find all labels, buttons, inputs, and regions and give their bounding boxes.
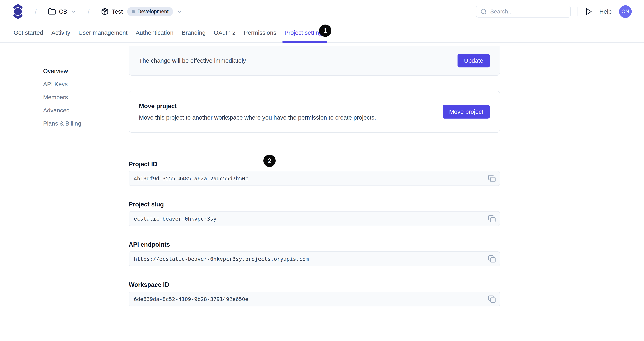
field-workspace-id: Workspace ID 6de839da-8c52-4109-9b28-379… bbox=[129, 281, 500, 307]
project-id-input[interactable]: 4b13df9d-3555-4485-a62a-2adc55d7b50c bbox=[129, 171, 500, 186]
sidebar-item-members[interactable]: Members bbox=[43, 93, 81, 101]
field-value: https://ecstatic-beaver-0hkvpcr3sy.proje… bbox=[134, 256, 309, 262]
breadcrumb-separator: / bbox=[88, 7, 90, 16]
chevron-down-icon bbox=[71, 9, 76, 14]
copy-icon[interactable] bbox=[488, 215, 496, 223]
workspace-id-input[interactable]: 6de839da-8c52-4109-9b28-3791492e650e bbox=[129, 292, 500, 307]
field-label: Project ID bbox=[129, 161, 500, 168]
field-api-endpoints: API endpoints https://ecstatic-beaver-0h… bbox=[129, 241, 500, 266]
breadcrumb-separator: / bbox=[35, 7, 37, 16]
sidebar-item-overview[interactable]: Overview bbox=[43, 67, 81, 75]
ory-logo-icon[interactable] bbox=[12, 3, 24, 19]
environment-label: Development bbox=[138, 8, 168, 15]
chevron-down-icon bbox=[177, 9, 182, 14]
annotation-step-badge-1: 1 bbox=[319, 24, 332, 37]
copy-icon[interactable] bbox=[488, 295, 496, 303]
settings-content: The change will be effective immediately… bbox=[129, 43, 500, 322]
field-value: 4b13df9d-3555-4485-a62a-2adc55d7b50c bbox=[134, 175, 248, 182]
workspace-name: CB bbox=[59, 8, 67, 15]
copy-icon[interactable] bbox=[488, 175, 496, 182]
sidebar-item-api-keys[interactable]: API Keys bbox=[43, 80, 81, 88]
search-box[interactable] bbox=[476, 5, 571, 17]
play-icon bbox=[585, 8, 592, 15]
copy-icon[interactable] bbox=[488, 255, 496, 263]
package-icon bbox=[101, 8, 109, 15]
sidebar-item-advanced[interactable]: Advanced bbox=[43, 107, 81, 114]
update-card-body bbox=[129, 43, 500, 46]
topbar-divider bbox=[578, 7, 578, 16]
breadcrumb: / CB / Test Development bbox=[12, 3, 182, 19]
search-icon bbox=[480, 8, 487, 15]
field-project-slug: Project slug ecstatic-beaver-0hkvpcr3sy bbox=[129, 201, 500, 226]
move-project-button[interactable]: Move project bbox=[443, 105, 490, 119]
update-card: The change will be effective immediately… bbox=[129, 43, 500, 76]
project-selector[interactable]: Test Development bbox=[101, 7, 182, 16]
update-button[interactable]: Update bbox=[458, 54, 490, 67]
field-label: Project slug bbox=[129, 201, 500, 208]
annotation-step-badge-2: 2 bbox=[263, 155, 276, 167]
sidebar-item-plans-billing[interactable]: Plans & Billing bbox=[43, 120, 81, 127]
search-input[interactable] bbox=[490, 8, 566, 15]
tab-get-started[interactable]: Get started bbox=[14, 23, 43, 42]
play-button[interactable] bbox=[585, 8, 592, 15]
field-label: API endpoints bbox=[129, 241, 500, 248]
topbar: / CB / Test Development bbox=[0, 0, 644, 23]
move-project-card: Move project Move this project to anothe… bbox=[129, 91, 500, 133]
tab-oauth2[interactable]: OAuth 2 bbox=[214, 23, 236, 42]
topbar-actions: Help CN bbox=[476, 5, 632, 18]
field-label: Workspace ID bbox=[129, 281, 500, 288]
update-note: The change will be effective immediately bbox=[139, 57, 246, 64]
workspace-selector[interactable]: CB bbox=[48, 8, 76, 15]
tab-project-settings[interactable]: Project settings bbox=[284, 23, 325, 42]
folder-icon bbox=[48, 8, 56, 15]
project-id-fields: 2 Project ID 4b13df9d-3555-4485-a62a-2ad… bbox=[129, 161, 500, 307]
field-value: 6de839da-8c52-4109-9b28-3791492e650e bbox=[134, 296, 248, 302]
tab-authentication[interactable]: Authentication bbox=[136, 23, 174, 42]
main: Overview API Keys Members Advanced Plans… bbox=[0, 43, 644, 341]
field-project-id: Project ID 4b13df9d-3555-4485-a62a-2adc5… bbox=[129, 161, 500, 186]
tab-branding[interactable]: Branding bbox=[182, 23, 206, 42]
tab-bar: Get started Activity User management Aut… bbox=[0, 23, 644, 43]
project-slug-input[interactable]: ecstatic-beaver-0hkvpcr3sy bbox=[129, 211, 500, 226]
avatar[interactable]: CN bbox=[619, 5, 632, 18]
update-card-footer: The change will be effective immediately… bbox=[129, 46, 500, 75]
tab-activity[interactable]: Activity bbox=[51, 23, 70, 42]
move-project-description: Move this project to another workspace w… bbox=[139, 114, 376, 121]
settings-sidebar: Overview API Keys Members Advanced Plans… bbox=[43, 67, 81, 133]
environment-badge: Development bbox=[127, 7, 173, 16]
tab-permissions[interactable]: Permissions bbox=[244, 23, 276, 42]
move-project-title: Move project bbox=[139, 102, 376, 110]
environment-dot-icon bbox=[132, 10, 135, 13]
api-endpoints-input[interactable]: https://ecstatic-beaver-0hkvpcr3sy.proje… bbox=[129, 251, 500, 266]
move-project-text: Move project Move this project to anothe… bbox=[139, 102, 376, 121]
project-name: Test bbox=[112, 8, 123, 15]
field-value: ecstatic-beaver-0hkvpcr3sy bbox=[134, 216, 216, 222]
help-link[interactable]: Help bbox=[599, 8, 612, 15]
tab-user-management[interactable]: User management bbox=[78, 23, 128, 42]
